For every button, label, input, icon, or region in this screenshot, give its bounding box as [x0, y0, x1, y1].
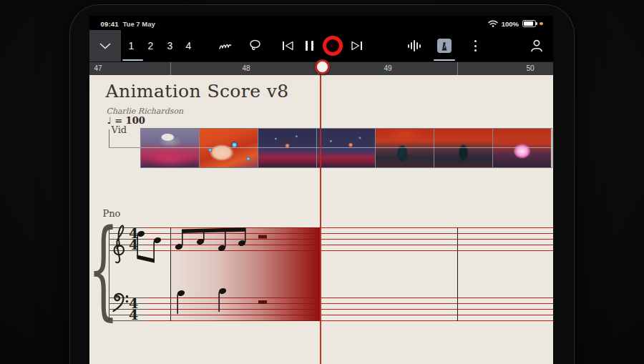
- bar-timeline[interactable]: 47 48 49 50: [89, 62, 553, 76]
- pause-icon: [306, 41, 313, 51]
- timeline-bar-48[interactable]: 48: [170, 62, 318, 76]
- marker-scribble-icon: [218, 40, 233, 51]
- layer-tab-1[interactable]: 1: [124, 30, 140, 62]
- lasso-icon: [248, 39, 262, 52]
- metronome-icon: [437, 39, 452, 53]
- playhead-line[interactable]: [320, 75, 321, 364]
- app-screen: 09:41 Tue 7 May 100%: [89, 16, 553, 364]
- audio-waveform-icon: [408, 40, 421, 51]
- skip-back-icon: [282, 41, 294, 51]
- layer-tab-4[interactable]: 4: [181, 30, 197, 62]
- battery-icon: [522, 20, 536, 28]
- lasso-tool-button[interactable]: [245, 30, 265, 62]
- pause-button[interactable]: [301, 30, 319, 62]
- screenshot-stage: 09:41 Tue 7 May 100%: [0, 0, 644, 364]
- mic-active-indicator: [540, 22, 543, 26]
- skip-forward-button[interactable]: [347, 30, 367, 62]
- timeline-bar-49[interactable]: 49: [318, 62, 458, 76]
- wifi-icon: [488, 20, 498, 28]
- metronome-button[interactable]: [434, 30, 454, 62]
- mixer-button[interactable]: [404, 30, 424, 62]
- active-tab-underline: [122, 59, 143, 62]
- collapse-toolbar-button[interactable]: [89, 30, 121, 62]
- layer-tab-3[interactable]: 3: [162, 30, 178, 62]
- more-vertical-icon: [474, 40, 477, 51]
- record-icon: [323, 36, 343, 56]
- layer-tab-2[interactable]: 2: [143, 30, 159, 62]
- skip-back-button[interactable]: [278, 30, 298, 62]
- account-icon: [530, 39, 544, 53]
- score-canvas[interactable]: Animation Score v8 Charlie Richardson ♩ …: [89, 75, 553, 364]
- ipad-device-frame: 09:41 Tue 7 May 100%: [69, 4, 575, 364]
- timeline-bar-47[interactable]: 47: [89, 62, 170, 76]
- clock-time: 09:41: [101, 20, 119, 28]
- battery-percent: 100%: [502, 20, 519, 28]
- more-options-button[interactable]: [467, 30, 485, 62]
- account-button[interactable]: [526, 30, 547, 62]
- main-toolbar: 1 2 3 4: [89, 30, 553, 62]
- metronome-active-underline: [434, 59, 455, 62]
- video-track-line-overlay: [140, 147, 552, 148]
- marker-tool-button[interactable]: [215, 30, 235, 62]
- chevron-down-icon: [99, 43, 111, 49]
- clock-date: Tue 7 May: [123, 20, 155, 28]
- skip-forward-icon: [351, 41, 363, 51]
- timeline-bar-50[interactable]: 50: [457, 62, 553, 76]
- record-button[interactable]: [322, 30, 343, 62]
- playhead-handle[interactable]: [315, 59, 330, 74]
- status-bar: 09:41 Tue 7 May 100%: [89, 16, 553, 30]
